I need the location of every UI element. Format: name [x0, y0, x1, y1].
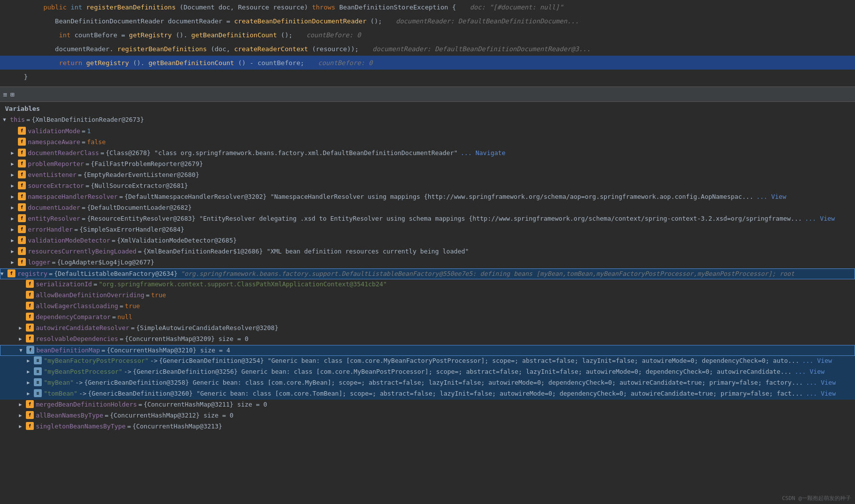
expand-errorHandler[interactable] — [11, 227, 18, 232]
var-name-namespaceHandlerResolver: namespaceHandlerResolver — [28, 193, 118, 200]
var-row-myBeanFactoryPostProcessor[interactable]: ≡ "myBeanFactoryPostProcessor" -> {Gener… — [0, 356, 855, 367]
var-row-singletonBeanNamesByType[interactable]: f singletonBeanNamesByType = {Concurrent… — [0, 421, 855, 432]
var-val-eventListener: {EmptyReaderEventListener@2680} — [83, 171, 199, 178]
expand-logger[interactable] — [11, 259, 18, 265]
expand-entityResolver[interactable] — [11, 216, 18, 221]
expand-eventListener[interactable] — [11, 172, 18, 177]
expand-registry[interactable] — [0, 271, 7, 276]
expand-myBeanFactoryPostProcessor[interactable] — [27, 358, 34, 363]
exception-type: BeanDefinitionStoreException { — [339, 3, 456, 11]
navigate-link-myBeanFactoryPostProcessor[interactable]: ... View — [802, 357, 832, 364]
fn-call5: createReaderContext — [234, 45, 308, 53]
var-val-sourceExtractor: {NullSourceExtractor@2681} — [91, 182, 188, 189]
var-row-documentLoader[interactable]: f documentLoader = {DefaultDocumentLoade… — [0, 203, 855, 214]
expand-documentReaderClass[interactable] — [11, 150, 18, 156]
field-icon-tomBean: ≡ — [34, 389, 42, 397]
var-val-problemReporter: {FailFastProblemReporter@2679} — [91, 160, 203, 168]
var-row-allowBeanDefinitionOverriding[interactable]: f allowBeanDefinitionOverriding = true — [0, 290, 855, 301]
code-text: BeanDefinitionDocumentReader documentRea… — [24, 17, 234, 25]
var-row-logger[interactable]: f logger = {LogAdapter$Log4jLog@2677} — [0, 257, 855, 268]
expand-resourcesCurrentlyBeingLoaded[interactable] — [11, 249, 18, 254]
expand-validationModeDetector[interactable] — [11, 238, 18, 243]
expand-autowireCandidateResolver[interactable] — [19, 325, 26, 331]
toolbar-icon-1[interactable]: ≡ — [3, 90, 7, 98]
var-name-dependencyComparator: dependencyComparator — [36, 313, 111, 321]
code-text: (). — [176, 31, 187, 39]
expand-resolvableDependencies[interactable] — [19, 336, 26, 341]
expand-problemReporter[interactable] — [11, 161, 18, 167]
var-row-entityResolver[interactable]: f entityResolver = {ResourceEntityResolv… — [0, 214, 855, 225]
var-row-validationModeDetector[interactable]: f validationModeDetector = {XmlValidatio… — [0, 236, 855, 247]
var-row-problemReporter[interactable]: f problemReporter = {FailFastProblemRepo… — [0, 159, 855, 170]
expand-this[interactable] — [3, 117, 10, 122]
var-row-allowEagerClassLoading[interactable]: f allowEagerClassLoading = true — [0, 301, 855, 312]
var-val-myBeanPostProcessor: {GenericBeanDefinition@3256} Generic bea… — [133, 368, 792, 375]
var-name-sourceExtractor: sourceExtractor — [28, 182, 84, 189]
var-row-resourcesCurrentlyBeingLoaded[interactable]: f resourcesCurrentlyBeingLoaded = {XmlBe… — [0, 247, 855, 257]
var-eq-this: = — [26, 116, 30, 123]
var-name-allowBeanDefinitionOverriding: allowBeanDefinitionOverriding — [36, 291, 144, 299]
expand-mergedBeanDefinitionHolders[interactable] — [19, 402, 26, 407]
field-icon-namespaceAware: f — [18, 138, 26, 146]
var-row-this[interactable]: this = {XmlBeanDefinitionReader@2673} — [0, 115, 855, 126]
expand-myBeanPostProcessor[interactable] — [27, 369, 34, 374]
var-row-errorHandler[interactable]: f errorHandler = {SimpleSaxErrorHandler@… — [0, 225, 855, 236]
var-eq: = — [127, 422, 131, 430]
var-row-documentReaderClass[interactable]: f documentReaderClass = {Class@2678} "cl… — [0, 148, 855, 159]
field-icon-resourcesCurrentlyBeingLoaded: f — [18, 247, 26, 255]
keyword-public: public — [43, 3, 71, 11]
var-name-tomBean: "tomBean" — [44, 390, 78, 397]
var-name-resolvableDependencies: resolvableDependencies — [36, 335, 118, 342]
var-row-sourceExtractor[interactable]: f sourceExtractor = {NullSourceExtractor… — [0, 181, 855, 192]
var-val-logger: {LogAdapter$Log4jLog@2677} — [57, 258, 155, 266]
navigate-link-myBeanPostProcessor[interactable]: ... View — [795, 368, 825, 375]
field-icon-dependencyComparator: f — [26, 313, 34, 321]
var-row-eventListener[interactable]: f eventListener = {EmptyReaderEventListe… — [0, 170, 855, 181]
var-eq: = — [101, 346, 105, 354]
var-row-tomBean[interactable]: ≡ "tomBean" -> {GenericBeanDefinition@32… — [0, 389, 855, 400]
var-row-myBeanPostProcessor[interactable]: ≡ "myBeanPostProcessor" -> {GenericBeanD… — [0, 367, 855, 378]
var-row-dependencyComparator[interactable]: f dependencyComparator = null — [0, 312, 855, 323]
navigate-link-myBean[interactable]: ... View — [806, 379, 836, 386]
code-text: (doc, — [211, 45, 234, 53]
navigate-link-namespaceHandlerResolver[interactable]: ... View — [756, 193, 786, 200]
expand-allBeanNamesByType[interactable] — [19, 413, 26, 418]
field-icon-allowBeanDefinitionOverriding: f — [26, 291, 34, 299]
code-text: (). — [133, 59, 144, 67]
expand-tomBean[interactable] — [27, 391, 34, 396]
toolbar-icon-2[interactable]: ⊞ — [10, 90, 14, 98]
expand-namespaceHandlerResolver[interactable] — [11, 194, 18, 199]
expand-myBean[interactable] — [27, 380, 34, 385]
navigate-link-entityResolver[interactable]: ... View — [805, 215, 835, 222]
var-name-eventListener: eventListener — [28, 171, 77, 178]
var-row-namespaceAware[interactable]: f namespaceAware = false — [0, 137, 855, 148]
var-row-registry[interactable]: f registry = {DefaultListableBeanFactory… — [0, 268, 855, 279]
fn-call3: getBeanDefinitionCount — [191, 31, 277, 39]
var-row-serializationId[interactable]: f serializationId = "org.springframework… — [0, 279, 855, 290]
var-row-resolvableDependencies[interactable]: f resolvableDependencies = {ConcurrentHa… — [0, 334, 855, 345]
var-row-autowireCandidateResolver[interactable]: f autowireCandidateResolver = {SimpleAut… — [0, 323, 855, 334]
var-row-myBean[interactable]: ≡ "myBean" -> {GenericBeanDefinition@325… — [0, 378, 855, 389]
code-content-4: documentReader. registerBeanDefinitions … — [24, 45, 855, 53]
navigate-link-tomBean[interactable]: ... View — [806, 390, 836, 397]
code-params: (Document doc, Resource resource) — [180, 3, 312, 11]
var-val-singletonBeanNamesByType: {ConcurrentHashMap@3213} — [132, 422, 222, 430]
code-text: documentReader. — [24, 45, 113, 53]
var-row-validationMode[interactable]: f validationMode = 1 — [0, 126, 855, 137]
var-val-registry: {DefaultListableBeanFactory@2634} — [54, 270, 178, 277]
var-row-beanDefinitionMap[interactable]: f beanDefinitionMap = {ConcurrentHashMap… — [0, 345, 855, 356]
var-eq: = — [94, 280, 97, 288]
var-eq: = — [146, 291, 150, 299]
expand-beanDefinitionMap[interactable] — [19, 347, 26, 353]
var-row-allBeanNamesByType[interactable]: f allBeanNamesByType = {ConcurrentHashMa… — [0, 411, 855, 421]
var-name-myBeanPostProcessor: "myBeanPostProcessor" — [44, 368, 122, 375]
var-val-namespaceHandlerResolver: {DefaultNamespaceHandlerResolver@3202} "… — [124, 193, 753, 200]
var-val-validationModeDetector: {XmlValidationModeDetector@2685} — [117, 237, 237, 244]
var-row-namespaceHandlerResolver[interactable]: f namespaceHandlerResolver = {DefaultNam… — [0, 192, 855, 203]
expand-singletonBeanNamesByType[interactable] — [19, 423, 26, 429]
expand-documentLoader[interactable] — [11, 205, 18, 210]
expand-sourceExtractor[interactable] — [11, 183, 18, 188]
navigate-link-documentReaderClass[interactable]: ... Navigate — [461, 149, 505, 157]
var-row-mergedBeanDefinitionHolders[interactable]: f mergedBeanDefinitionHolders = {Concurr… — [0, 400, 855, 411]
keyword-throws: throws — [312, 3, 339, 11]
